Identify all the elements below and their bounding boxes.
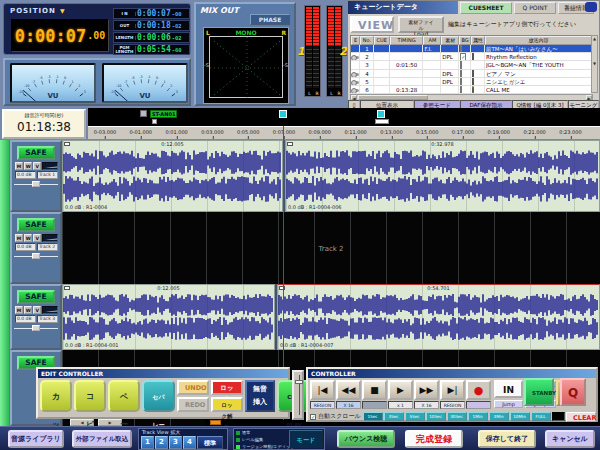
cuesheet-row[interactable]: 2DPL✓Rhythm Reflection bbox=[351, 53, 592, 61]
position-dropdown-arrow[interactable]: ▼ bbox=[60, 7, 66, 14]
import-external-file-button[interactable]: 外部ファイル取込 bbox=[72, 430, 132, 448]
track-2-name[interactable]: Track 2 bbox=[37, 243, 58, 251]
mini-fader-handle[interactable] bbox=[295, 380, 303, 384]
clear-button[interactable]: CLEAR bbox=[566, 412, 596, 422]
cuesheet-vertical-scrollbar[interactable]: ▲▼ bbox=[591, 35, 598, 93]
volume-button[interactable]: V bbox=[33, 162, 41, 170]
cue-marker-q[interactable] bbox=[377, 110, 385, 118]
volume-button[interactable]: V bbox=[33, 306, 41, 314]
audio-region[interactable]: 0:32.978 0.0 dB : R1-0004-006 bbox=[285, 140, 600, 212]
fader-graphic[interactable] bbox=[42, 234, 58, 242]
phase-tab[interactable]: PHASE bbox=[250, 14, 290, 25]
column-header[interactable]: CUE bbox=[374, 36, 390, 45]
undo-button[interactable]: UNDO bbox=[177, 380, 209, 395]
pan-handle[interactable] bbox=[32, 181, 40, 187]
save-and-exit-button[interactable]: 保存して終了 bbox=[478, 430, 536, 448]
edit-controller-titlebar[interactable]: EDIT CONTROLLER bbox=[38, 369, 288, 378]
bg-checkbox[interactable] bbox=[460, 61, 462, 68]
play-button[interactable]: ▶ bbox=[388, 380, 413, 400]
tab-q-point[interactable]: Q POINT bbox=[514, 2, 556, 14]
pan-handle[interactable] bbox=[32, 253, 40, 259]
scroll-right-button[interactable]: ▶ bbox=[98, 419, 122, 426]
zoom-preset-button[interactable]: 1Sec bbox=[363, 412, 383, 421]
pan-slider[interactable] bbox=[14, 253, 58, 260]
go-start-button[interactable]: |◀ bbox=[310, 380, 335, 400]
zoom-preset-button[interactable]: 3Min bbox=[489, 412, 509, 421]
cuesheet-row[interactable]: 30:01:50JGL〜BGM〜AN「THE YOUTH bbox=[351, 61, 592, 69]
zoom-preset-button[interactable]: 5Sec bbox=[405, 412, 425, 421]
wave-button[interactable]: W bbox=[24, 162, 32, 170]
wave-button[interactable]: W bbox=[24, 234, 32, 242]
track-2-lane[interactable]: Track 2 bbox=[62, 212, 600, 284]
fader-graphic[interactable] bbox=[42, 162, 58, 170]
in-button[interactable]: IN bbox=[494, 380, 523, 398]
zoom-preset-button[interactable]: 1Min bbox=[468, 412, 488, 421]
controller-titlebar[interactable]: CONTROLLER bbox=[308, 369, 596, 378]
view-button[interactable]: VIEW bbox=[350, 16, 394, 33]
stop-button[interactable]: ■ bbox=[362, 380, 387, 400]
pan-slider[interactable] bbox=[14, 181, 58, 188]
mute-button[interactable]: M bbox=[15, 234, 23, 242]
rewind-button[interactable]: ◀◀ bbox=[336, 380, 361, 400]
cuesheet-row[interactable]: 5DPLニシエヒガシエ bbox=[351, 78, 592, 86]
lock-button[interactable]: ロック bbox=[211, 380, 243, 395]
marker-start-icon[interactable] bbox=[140, 110, 147, 117]
pan-slider[interactable] bbox=[14, 325, 58, 332]
sound-library-button[interactable]: 音源ライブラリ bbox=[8, 430, 64, 448]
column-header[interactable]: E bbox=[351, 36, 360, 45]
track-3-safe-button[interactable]: SAFE bbox=[17, 290, 55, 304]
zoom-preset-button[interactable]: 10Sec bbox=[426, 412, 446, 421]
cut-button[interactable]: カット bbox=[40, 380, 72, 412]
audio-region-selected[interactable]: 0:54.701 0.0 dB : R1-0004-007 bbox=[277, 284, 600, 350]
fader-graphic[interactable] bbox=[42, 306, 58, 314]
register-complete-button[interactable]: 完成登録 bbox=[405, 430, 463, 448]
zoom-preset-button[interactable]: 30Sec bbox=[447, 412, 467, 421]
time-ruler[interactable]: 0-03.0000-01.0000:01.0000:03.0000:05.000… bbox=[88, 126, 600, 140]
track-view-size-button[interactable]: 4 bbox=[183, 436, 196, 449]
unlock-button[interactable]: ロック解除 bbox=[211, 397, 243, 412]
redo-button[interactable]: REDO bbox=[177, 397, 209, 412]
column-header[interactable]: BG bbox=[459, 36, 471, 45]
insert-silence-button[interactable]: 無音 挿入 bbox=[245, 380, 275, 412]
column-header[interactable]: 素材 bbox=[441, 36, 459, 45]
wave-button[interactable]: W bbox=[24, 306, 32, 314]
column-header[interactable]: No. bbox=[360, 36, 374, 45]
auto-scroll-checkbox[interactable]: ✓ bbox=[310, 414, 316, 420]
copy-button[interactable]: コピー bbox=[74, 380, 106, 412]
go-end-button[interactable]: ▶| bbox=[440, 380, 465, 400]
track-1-safe-button[interactable]: SAFE bbox=[17, 146, 55, 160]
q-button[interactable]: Q bbox=[560, 378, 586, 406]
track-3-name[interactable]: Track 3 bbox=[37, 315, 58, 323]
track-1-name[interactable]: Track 1 bbox=[37, 171, 58, 179]
tab-cuesheet[interactable]: CUESHEET bbox=[460, 2, 512, 14]
cuesheet-row[interactable]: 60:13:28CALL ME bbox=[351, 86, 592, 94]
record-button[interactable]: ● bbox=[466, 380, 491, 400]
bg-checkbox[interactable] bbox=[460, 45, 462, 52]
track-2-gain[interactable]: 0.0 dB bbox=[15, 243, 36, 251]
audio-region[interactable]: 0:12.005 0.0 dB : R1-0004-001 bbox=[62, 284, 275, 350]
pan-handle[interactable] bbox=[32, 325, 40, 331]
paste-button[interactable]: ペースト bbox=[108, 380, 140, 412]
cuesheet-row[interactable]: 1F.I.前TM〜AN「はいみなさん〜 bbox=[351, 45, 592, 53]
mute-button[interactable]: M bbox=[15, 162, 23, 170]
cancel-button[interactable]: キャンセル bbox=[545, 430, 595, 448]
separate-button[interactable]: セパレート bbox=[142, 380, 175, 412]
material-file-load-button[interactable]: 素材ファイル Load bbox=[398, 16, 444, 33]
track-1-gain[interactable]: 0.0 dB bbox=[15, 171, 36, 179]
mode-switch-button[interactable]: モード切替 bbox=[289, 430, 323, 448]
bg-checkbox[interactable] bbox=[460, 78, 462, 85]
bg-checkbox[interactable] bbox=[460, 70, 462, 77]
cuesheet-row[interactable]: 4DPLピアノ マン bbox=[351, 70, 592, 78]
track-view-size-button[interactable]: 3 bbox=[169, 436, 182, 449]
column-header[interactable]: TIMING bbox=[390, 36, 424, 45]
track-view-standard-button[interactable]: 標準 bbox=[197, 436, 223, 449]
column-header[interactable]: AM bbox=[423, 36, 441, 45]
track-view-size-button[interactable]: 1 bbox=[141, 436, 154, 449]
mini-fader-panel[interactable] bbox=[292, 370, 304, 420]
mute-button[interactable]: M bbox=[15, 306, 23, 314]
zoom-preset-button[interactable]: 10Min bbox=[510, 412, 530, 421]
zoom-preset-button[interactable]: 3Sec bbox=[384, 412, 404, 421]
track-2-safe-button[interactable]: SAFE bbox=[17, 218, 55, 232]
audio-region[interactable]: 0:12.005 0.0 dB : R1-0004 bbox=[62, 140, 283, 212]
bg-checkbox[interactable]: ✓ bbox=[460, 53, 466, 60]
